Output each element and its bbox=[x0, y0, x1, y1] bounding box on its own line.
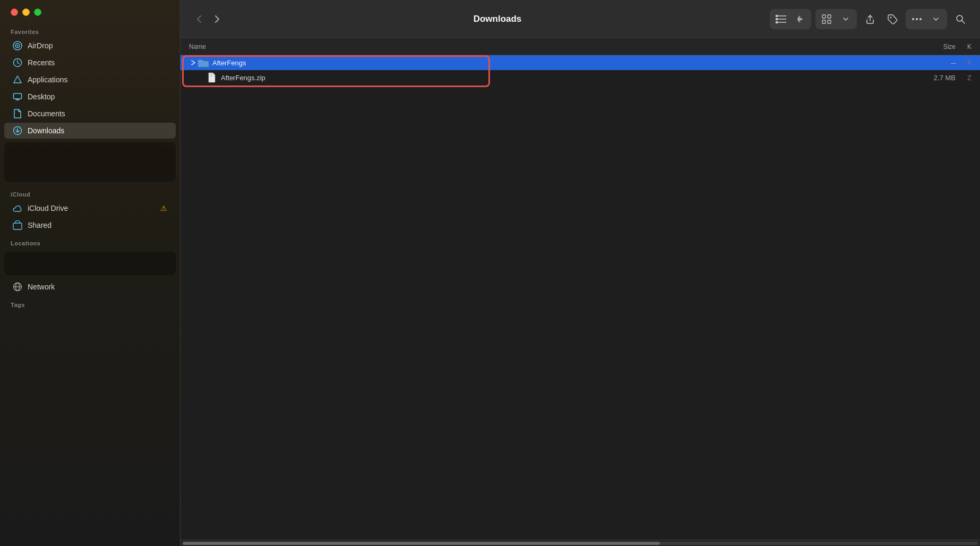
tags-section-label: Tags bbox=[11, 300, 169, 310]
forward-button[interactable] bbox=[209, 11, 225, 27]
svg-point-2 bbox=[17, 45, 19, 47]
downloads-icon bbox=[13, 126, 22, 135]
column-k-header: K bbox=[956, 43, 972, 50]
afterfengs-folder-name: AfterFengs bbox=[212, 59, 892, 67]
more-button[interactable] bbox=[908, 10, 926, 28]
recents-icon bbox=[13, 58, 22, 67]
file-list: AfterFengs -- F AfterFengs.zip 2.7 MB Z bbox=[180, 55, 980, 540]
traffic-lights bbox=[0, 0, 180, 22]
svg-point-26 bbox=[919, 18, 922, 20]
svg-rect-17 bbox=[776, 18, 778, 20]
sidebar-item-shared-label: Shared bbox=[28, 221, 51, 229]
afterfengs-zip-k: Z bbox=[956, 74, 972, 82]
sidebar-item-documents-label: Documents bbox=[28, 109, 65, 118]
network-icon bbox=[13, 282, 22, 292]
airdrop-icon bbox=[13, 41, 22, 50]
folder-expand-chevron[interactable] bbox=[189, 58, 197, 67]
icloud-warning-icon: ⚠ bbox=[160, 204, 167, 212]
share-button[interactable] bbox=[861, 10, 879, 28]
svg-point-24 bbox=[912, 18, 914, 20]
sidebar-item-shared[interactable]: Shared bbox=[4, 217, 176, 233]
svg-rect-19 bbox=[822, 15, 826, 18]
sidebar: Favorites AirDrop Recents Applicati bbox=[0, 0, 180, 546]
sidebar-item-desktop-label: Desktop bbox=[28, 92, 55, 101]
sidebar-item-applications[interactable]: Applications bbox=[4, 72, 176, 88]
grid-dropdown-button[interactable] bbox=[837, 10, 855, 28]
zip-file-icon bbox=[206, 72, 218, 83]
horizontal-scrollbar[interactable] bbox=[180, 540, 980, 546]
close-button[interactable] bbox=[11, 8, 18, 16]
sidebar-item-applications-label: Applications bbox=[28, 75, 68, 84]
svg-line-28 bbox=[962, 21, 965, 23]
file-row-afterfengs-zip[interactable]: AfterFengs.zip 2.7 MB Z bbox=[180, 70, 980, 85]
main-content: Downloads bbox=[180, 0, 980, 546]
afterfengs-zip-name: AfterFengs.zip bbox=[221, 74, 892, 82]
grid-view-button[interactable] bbox=[818, 10, 836, 28]
sidebar-empty-widget bbox=[4, 142, 176, 182]
afterfengs-folder-k: F bbox=[956, 59, 972, 67]
locations-device-widget bbox=[4, 252, 176, 275]
afterfengs-zip-size: 2.7 MB bbox=[892, 74, 956, 82]
view-options-group bbox=[770, 9, 811, 29]
svg-point-25 bbox=[916, 18, 918, 20]
sidebar-item-icloud-drive-label: iCloud Drive bbox=[28, 204, 68, 212]
column-headers: Name Size K bbox=[180, 38, 980, 55]
sidebar-item-desktop[interactable]: Desktop bbox=[4, 89, 176, 105]
tag-button[interactable] bbox=[883, 10, 901, 28]
nav-buttons bbox=[191, 11, 225, 27]
sidebar-item-documents[interactable]: Documents bbox=[4, 106, 176, 122]
scrollbar-thumb[interactable] bbox=[183, 542, 660, 545]
minimize-button[interactable] bbox=[22, 8, 30, 16]
column-name-header: Name bbox=[189, 43, 892, 50]
sidebar-item-network-label: Network bbox=[28, 283, 55, 291]
column-size-header: Size bbox=[892, 43, 956, 50]
list-view-button[interactable] bbox=[772, 10, 790, 28]
svg-rect-16 bbox=[776, 15, 778, 17]
svg-rect-9 bbox=[13, 223, 22, 229]
sidebar-item-icloud-drive[interactable]: iCloud Drive ⚠ bbox=[4, 200, 176, 216]
svg-rect-20 bbox=[828, 15, 831, 18]
documents-icon bbox=[13, 109, 22, 118]
svg-rect-22 bbox=[828, 20, 831, 23]
file-row-afterfengs-folder[interactable]: AfterFengs -- F bbox=[180, 55, 980, 70]
svg-point-23 bbox=[890, 16, 892, 18]
sidebar-item-airdrop[interactable]: AirDrop bbox=[4, 38, 176, 54]
maximize-button[interactable] bbox=[34, 8, 41, 16]
svg-rect-4 bbox=[14, 93, 22, 99]
folder-icon bbox=[197, 57, 209, 69]
sidebar-item-downloads-label: Downloads bbox=[28, 126, 64, 135]
sidebar-item-recents-label: Recents bbox=[28, 58, 55, 67]
back-button[interactable] bbox=[191, 11, 207, 27]
scrollbar-track bbox=[183, 542, 978, 545]
sidebar-item-recents[interactable]: Recents bbox=[4, 55, 176, 71]
svg-rect-18 bbox=[776, 21, 778, 23]
icloud-section-label: iCloud bbox=[0, 185, 180, 200]
locations-section-label: Locations bbox=[0, 234, 180, 249]
icloud-drive-icon bbox=[13, 203, 22, 213]
more-dropdown-button[interactable] bbox=[927, 10, 945, 28]
toolbar: Downloads bbox=[180, 0, 980, 38]
svg-point-27 bbox=[957, 15, 962, 21]
sidebar-item-airdrop-label: AirDrop bbox=[28, 41, 53, 50]
sidebar-item-network[interactable]: Network bbox=[4, 279, 176, 295]
applications-icon bbox=[13, 75, 22, 84]
favorites-section-label: Favorites bbox=[0, 22, 180, 37]
afterfengs-folder-size: -- bbox=[892, 59, 956, 67]
sort-up-down-button[interactable] bbox=[791, 10, 809, 28]
more-options-group bbox=[906, 9, 947, 29]
shared-icon bbox=[13, 220, 22, 230]
svg-rect-21 bbox=[822, 20, 826, 23]
toolbar-title: Downloads bbox=[234, 14, 761, 24]
grid-view-group bbox=[815, 9, 857, 29]
sidebar-item-downloads[interactable]: Downloads bbox=[4, 123, 176, 139]
toolbar-actions bbox=[770, 9, 969, 29]
search-button[interactable] bbox=[951, 10, 969, 28]
desktop-icon bbox=[13, 92, 22, 101]
